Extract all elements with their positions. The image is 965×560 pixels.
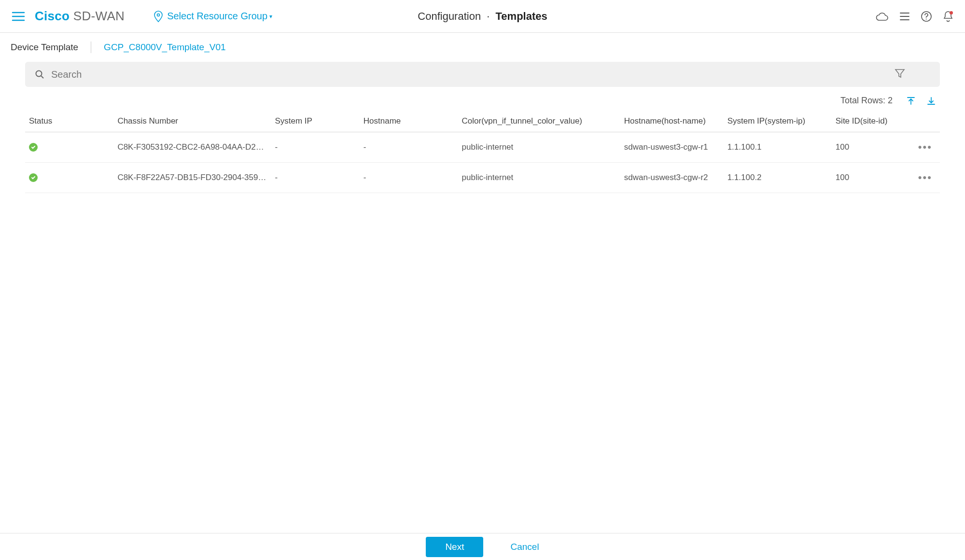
table-row[interactable]: C8K-F8F22A57-DB15-FD30-2904-3599... - - … <box>25 163 940 193</box>
cell-hostname2: sdwan-uswest3-cgw-r1 <box>620 132 724 163</box>
breadcrumb-current: Templates <box>496 10 547 22</box>
cell-chassis: C8K-F8F22A57-DB15-FD30-2904-3599... <box>113 163 271 193</box>
search-row <box>0 62 965 87</box>
menu-icon[interactable] <box>12 11 25 22</box>
footer-actions: Next Cancel <box>0 533 965 560</box>
cell-hostname2: sdwan-uswest3-cgw-r2 <box>620 163 724 193</box>
col-header-hostname2[interactable]: Hostname(host-name) <box>620 111 724 132</box>
row-actions-icon[interactable]: ••• <box>910 132 940 163</box>
status-ok-icon <box>29 143 38 152</box>
chevron-down-icon: ▾ <box>269 13 272 20</box>
download-icon[interactable] <box>926 96 936 106</box>
resource-group-selector[interactable]: Select Resource Group ▾ <box>154 11 272 22</box>
col-header-system-ip[interactable]: System IP <box>271 111 359 132</box>
next-button[interactable]: Next <box>426 537 483 557</box>
status-ok-icon <box>29 173 38 182</box>
header-breadcrumb: Configuration · Templates <box>418 10 547 23</box>
cell-site-id: 100 <box>832 132 910 163</box>
cell-system-ip2: 1.1.100.2 <box>724 163 832 193</box>
cell-hostname: - <box>360 132 458 163</box>
col-header-actions <box>910 111 940 132</box>
table-row[interactable]: C8K-F3053192-CBC2-6A98-04AA-D2A6... - - … <box>25 132 940 163</box>
svg-point-3 <box>157 14 160 16</box>
breadcrumb-parent[interactable]: Configuration <box>418 10 481 22</box>
brand-strong: Cisco <box>35 9 70 23</box>
cell-color: public-internet <box>458 163 620 193</box>
svg-point-9 <box>36 71 42 77</box>
cell-system-ip: - <box>271 163 359 193</box>
row-actions-icon[interactable]: ••• <box>910 163 940 193</box>
brand-logo: Cisco SD-WAN <box>35 9 125 24</box>
svg-point-8 <box>926 18 927 19</box>
device-template-label: Device Template <box>11 42 78 53</box>
col-header-chassis[interactable]: Chassis Number <box>113 111 271 132</box>
col-header-hostname[interactable]: Hostname <box>360 111 458 132</box>
breadcrumb-divider <box>91 42 91 53</box>
search-icon <box>35 70 44 79</box>
col-header-site-id[interactable]: Site ID(site-id) <box>832 111 910 132</box>
col-header-system-ip2[interactable]: System IP(system-ip) <box>724 111 832 132</box>
cell-color: public-internet <box>458 132 620 163</box>
help-icon[interactable] <box>921 11 932 22</box>
resource-group-label: Select Resource Group <box>167 11 267 22</box>
cell-chassis: C8K-F3053192-CBC2-6A98-04AA-D2A6... <box>113 132 271 163</box>
location-icon <box>154 11 163 22</box>
template-name-link[interactable]: GCP_C8000V_Template_V01 <box>104 42 225 53</box>
notification-dot <box>950 11 953 14</box>
cell-system-ip2: 1.1.100.1 <box>724 132 832 163</box>
device-table: Status Chassis Number System IP Hostname… <box>0 111 965 193</box>
bell-icon[interactable] <box>943 11 953 22</box>
tasks-icon[interactable] <box>899 11 910 22</box>
filter-icon[interactable] <box>895 68 905 81</box>
header-actions <box>875 11 953 22</box>
col-header-status[interactable]: Status <box>25 111 113 132</box>
svg-line-10 <box>42 76 44 79</box>
total-rows-label: Total Rows: <box>840 96 885 105</box>
search-input[interactable] <box>51 69 930 80</box>
breadcrumb-separator: · <box>487 10 489 22</box>
cell-hostname: - <box>360 163 458 193</box>
total-rows: Total Rows: 2 <box>840 96 893 106</box>
cell-status <box>25 163 113 193</box>
export-up-icon[interactable] <box>906 96 916 106</box>
top-header: Cisco SD-WAN Select Resource Group ▾ Con… <box>0 0 965 33</box>
cancel-button[interactable]: Cancel <box>510 542 539 552</box>
brand-sub: SD-WAN <box>73 9 125 23</box>
col-header-color[interactable]: Color(vpn_if_tunnel_color_value) <box>458 111 620 132</box>
table-toolbar: Total Rows: 2 <box>0 87 965 111</box>
cell-site-id: 100 <box>832 163 910 193</box>
search-field[interactable] <box>25 62 940 87</box>
page-breadcrumb: Device Template GCP_C8000V_Template_V01 <box>0 33 965 62</box>
table-header-row: Status Chassis Number System IP Hostname… <box>25 111 940 132</box>
total-rows-value: 2 <box>888 96 893 105</box>
cell-status <box>25 132 113 163</box>
cell-system-ip: - <box>271 132 359 163</box>
cloud-icon[interactable] <box>875 12 889 21</box>
